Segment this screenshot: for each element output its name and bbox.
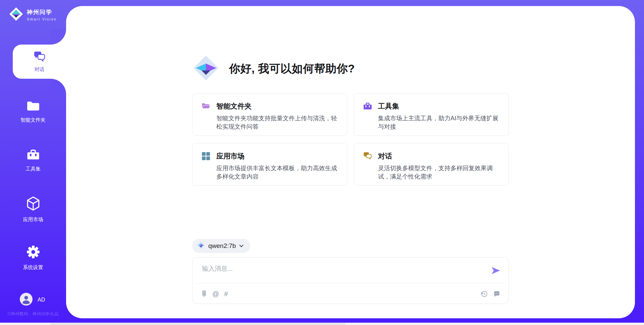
card-chat[interactable]: 对话 灵活切换多模型文件，支持多样回复效果调试，满足个性化需求	[354, 143, 509, 186]
active-tab-connector-bottom	[51, 79, 66, 94]
feature-cards: 智能文件夹 智能文件夹功能支持批量文件上传与清洗，轻松实现文件问答 工具集 集成…	[192, 93, 509, 186]
model-selector[interactable]: qwen2:7b	[192, 239, 250, 253]
sidebar-item-toolset[interactable]: 工具集	[0, 148, 66, 172]
open-folder-icon	[202, 102, 210, 111]
card-title: 对话	[378, 151, 500, 161]
card-toolset[interactable]: 工具集 集成市场上主流工具，助力AI与外界无缝扩展与对接	[354, 93, 509, 136]
card-title: 应用市场	[216, 151, 338, 161]
greeting-diamond-logo-icon	[192, 54, 220, 83]
sidebar-item-label: 应用市场	[23, 216, 43, 223]
greeting-block: 你好, 我可以如何帮助你?	[192, 55, 355, 83]
card-smart-folders[interactable]: 智能文件夹 智能文件夹功能支持批量文件上传与清洗，轻松实现文件问答	[192, 93, 347, 136]
sidebar-item-settings[interactable]: 系统设置	[0, 245, 66, 271]
briefcase-icon	[363, 102, 372, 111]
at-sign-icon[interactable]: @	[212, 290, 219, 297]
chat-bubbles-icon	[34, 51, 46, 63]
history-icon[interactable]	[480, 290, 488, 298]
card-description: 智能文件夹功能支持批量文件上传与清洗，轻松实现文件问答	[216, 114, 338, 131]
composer-toolbar: @ #	[195, 283, 506, 304]
chat-bubbles-icon	[363, 152, 372, 160]
scrollbar-thumb[interactable]	[50, 323, 345, 325]
sidebar-item-label: 工具集	[25, 166, 41, 172]
sidebar-item-label: 对话	[35, 66, 45, 73]
card-app-market[interactable]: 应用市场 应用市场提供丰富长文本模板，助力高效生成多样化文章内容	[192, 143, 347, 186]
message-composer: @ #	[192, 257, 509, 304]
user-profile[interactable]: AD	[20, 293, 45, 307]
user-name: AD	[38, 297, 45, 303]
sidebar: 神州问学 Smart Vision 对话 智能文件夹 工具集	[0, 0, 66, 325]
sidebar-item-app-market[interactable]: 应用市场	[0, 196, 66, 223]
brand-subtitle: Smart Vision	[27, 17, 57, 21]
card-description: 应用市场提供丰富长文本模板，助力高效生成多样化文章内容	[216, 164, 338, 181]
active-tab-connector-top	[51, 29, 66, 45]
sidebar-item-smart-folders[interactable]: 智能文件夹	[0, 100, 66, 123]
toolbox-icon	[26, 148, 40, 162]
card-title: 智能文件夹	[216, 102, 338, 111]
model-name: qwen2:7b	[208, 242, 236, 250]
cube-icon	[26, 196, 40, 212]
copyright-footer: ©神州数码 · 神州问学出品	[0, 311, 66, 317]
sidebar-item-label: 系统设置	[23, 264, 43, 271]
greeting-title: 你好, 我可以如何帮助你?	[229, 61, 355, 76]
brand-name: 神州问学	[27, 8, 57, 16]
hash-icon[interactable]: #	[224, 290, 228, 297]
paperclip-icon[interactable]	[201, 289, 207, 298]
send-button[interactable]	[491, 266, 500, 275]
main-content-panel: 你好, 我可以如何帮助你? 智能文件夹 智能文件夹功能支持批量文件上传与清洗，轻…	[66, 6, 635, 318]
model-logo-icon	[197, 241, 205, 251]
card-description: 集成市场上主流工具，助力AI与外界无缝扩展与对接	[378, 114, 500, 131]
brand-diamond-logo-icon	[9, 7, 23, 23]
folder-icon	[26, 100, 40, 113]
card-description: 灵活切换多模型文件，支持多样回复效果调试，满足个性化需求	[378, 164, 500, 181]
message-input[interactable]	[193, 258, 508, 283]
sidebar-item-label: 智能文件夹	[20, 117, 46, 123]
gear-icon	[26, 245, 40, 260]
sidebar-item-chat[interactable]: 对话	[13, 45, 66, 79]
person-avatar-icon	[20, 293, 33, 307]
app-grid-icon	[202, 152, 210, 160]
brand-logo-block: 神州问学 Smart Vision	[9, 7, 57, 23]
horizontal-scrollbar[interactable]	[0, 323, 644, 325]
message-icon[interactable]	[493, 290, 500, 298]
card-title: 工具集	[378, 102, 500, 111]
chevron-down-icon	[239, 243, 244, 249]
